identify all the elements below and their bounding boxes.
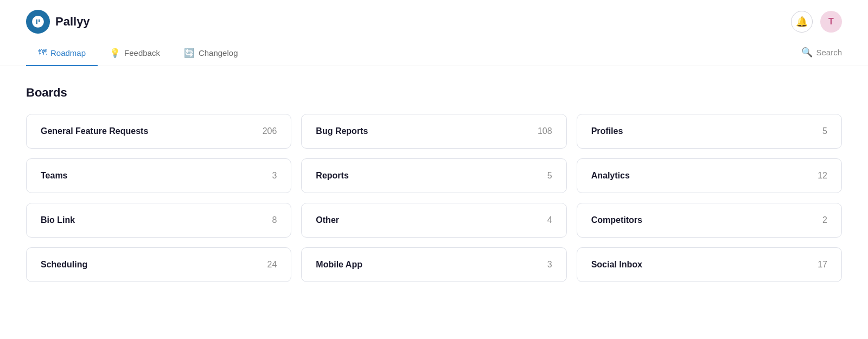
board-card-name: Analytics xyxy=(591,171,630,181)
header: Pallyy 🔔 T xyxy=(0,0,868,34)
board-card-name: Other xyxy=(316,215,339,225)
board-card-count: 3 xyxy=(272,171,277,181)
board-card[interactable]: Reports5 xyxy=(301,158,566,193)
board-card-count: 17 xyxy=(818,260,827,270)
tab-changelog[interactable]: 🔄 Changelog xyxy=(172,40,250,67)
tab-roadmap-label: Roadmap xyxy=(50,48,86,57)
board-card-count: 8 xyxy=(272,215,277,225)
board-card-count: 24 xyxy=(267,260,277,270)
board-card-count: 4 xyxy=(547,215,552,225)
board-card[interactable]: Competitors2 xyxy=(577,203,842,238)
board-card-name: Reports xyxy=(316,171,348,181)
board-card[interactable]: Mobile App3 xyxy=(301,247,566,282)
board-card[interactable]: Profiles5 xyxy=(577,114,842,149)
logo-name: Pallyy xyxy=(55,15,90,29)
board-card-name: Profiles xyxy=(591,126,623,136)
roadmap-icon: 🗺 xyxy=(38,48,47,57)
main-content: Boards General Feature Requests206Bug Re… xyxy=(0,66,868,282)
board-card-name: Teams xyxy=(41,171,68,181)
board-card[interactable]: Social Inbox17 xyxy=(577,247,842,282)
nav-tabs: 🗺 Roadmap 💡 Feedback 🔄 Changelog xyxy=(26,39,250,66)
board-card[interactable]: Bug Reports108 xyxy=(301,114,566,149)
boards-title: Boards xyxy=(26,86,842,100)
board-card[interactable]: Analytics12 xyxy=(577,158,842,193)
nav-bar: 🗺 Roadmap 💡 Feedback 🔄 Changelog 🔍 Searc… xyxy=(0,39,868,66)
board-card[interactable]: General Feature Requests206 xyxy=(26,114,291,149)
tab-feedback-label: Feedback xyxy=(124,48,160,57)
changelog-icon: 🔄 xyxy=(184,48,195,58)
board-card-count: 2 xyxy=(822,215,827,225)
search-label: Search xyxy=(816,48,842,57)
board-card-name: Mobile App xyxy=(316,260,362,270)
avatar-button[interactable]: T xyxy=(820,11,842,33)
header-right: 🔔 T xyxy=(791,11,842,33)
avatar-letter: T xyxy=(828,17,834,27)
logo-area: Pallyy xyxy=(26,10,90,34)
board-card-name: Competitors xyxy=(591,215,642,225)
logo-icon xyxy=(26,10,50,34)
board-card-name: Bug Reports xyxy=(316,126,368,136)
board-card-name: Scheduling xyxy=(41,260,87,270)
board-card[interactable]: Teams3 xyxy=(26,158,291,193)
board-card-name: Social Inbox xyxy=(591,260,642,270)
board-card-count: 108 xyxy=(538,126,552,136)
board-card-count: 5 xyxy=(822,126,827,136)
board-card-name: General Feature Requests xyxy=(41,126,148,136)
board-card[interactable]: Bio Link8 xyxy=(26,203,291,238)
tab-roadmap[interactable]: 🗺 Roadmap xyxy=(26,40,98,66)
board-card-count: 5 xyxy=(547,171,552,181)
tab-changelog-label: Changelog xyxy=(199,48,238,57)
board-card[interactable]: Other4 xyxy=(301,203,566,238)
board-card-count: 12 xyxy=(818,171,827,181)
bell-icon: 🔔 xyxy=(796,16,808,28)
search-icon: 🔍 xyxy=(801,47,813,58)
boards-grid: General Feature Requests206Bug Reports10… xyxy=(26,114,842,282)
board-card-count: 3 xyxy=(547,260,552,270)
search-area[interactable]: 🔍 Search xyxy=(801,47,842,58)
feedback-icon: 💡 xyxy=(110,48,120,58)
notifications-button[interactable]: 🔔 xyxy=(791,11,813,33)
board-card[interactable]: Scheduling24 xyxy=(26,247,291,282)
board-card-name: Bio Link xyxy=(41,215,75,225)
tab-feedback[interactable]: 💡 Feedback xyxy=(98,40,172,67)
board-card-count: 206 xyxy=(263,126,277,136)
